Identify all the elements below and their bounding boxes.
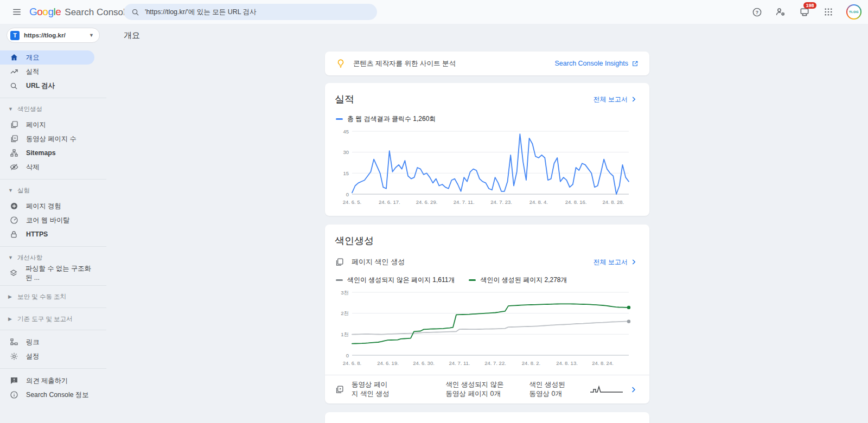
- sidebar-section-indexing[interactable]: ▼ 색인생성: [0, 103, 106, 115]
- sidebar-item-label: 페이지 경험: [26, 202, 61, 211]
- google-logo: Google: [29, 6, 61, 18]
- insights-link[interactable]: Search Console Insights: [555, 60, 639, 67]
- sidebar-item-performance[interactable]: 실적: [0, 65, 94, 79]
- sidebar-section-experience[interactable]: ▼ 실험: [0, 184, 106, 196]
- property-badge: T: [10, 31, 20, 40]
- sidebar-item-removals[interactable]: 삭제: [0, 160, 94, 174]
- apps-grid-icon[interactable]: [822, 6, 834, 18]
- home-icon: [9, 53, 18, 62]
- search-icon: [9, 82, 18, 90]
- app-logo: Google Search Console: [29, 6, 130, 18]
- pages-icon: [9, 120, 18, 129]
- insights-link-label: Search Console Insights: [555, 60, 629, 67]
- lightbulb-icon: [336, 59, 346, 68]
- indexing-full-report-link[interactable]: 전체 보고서: [593, 258, 637, 267]
- svg-text:24. 7. 11.: 24. 7. 11.: [454, 199, 475, 205]
- performance-full-report-link[interactable]: 전체 보고서: [593, 95, 637, 104]
- links-icon: [9, 338, 18, 347]
- svg-text:24. 6. 29.: 24. 6. 29.: [416, 199, 438, 205]
- svg-text:24. 8. 16.: 24. 8. 16.: [565, 199, 587, 205]
- video-indexing-title: 동영상 페이지 색인 생성: [352, 380, 393, 399]
- search-icon: [131, 8, 139, 16]
- indexed-legend-label: 색인이 생성된 페이지 2,278개: [480, 275, 567, 285]
- user-settings-icon[interactable]: [775, 6, 787, 18]
- sidebar-section-legacy-tools[interactable]: ▶ 기존 도구 및 보고서: [0, 313, 106, 325]
- indexed-legend: 색인이 생성된 페이지 2,278개: [469, 275, 567, 285]
- sidebar-item-pages[interactable]: 페이지: [0, 118, 94, 132]
- sidebar-item-feedback[interactable]: 의견 제출하기: [0, 374, 94, 388]
- property-selector[interactable]: T https://tlog.kr/ ▼: [7, 28, 100, 43]
- sidebar-item-url-inspection[interactable]: URL 검사: [0, 79, 94, 93]
- sidebar-item-label: 설정: [26, 352, 40, 361]
- svg-text:24. 8. 24.: 24. 8. 24.: [592, 360, 614, 366]
- video-not-indexed-stat: 색인 생성되지 않은 동영상 페이지 0개: [446, 380, 510, 399]
- main-content: 개요 콘텐츠 제작자를 위한 사이트 분석 Search Console Ins…: [106, 24, 868, 423]
- avatar[interactable]: TLOG: [846, 4, 861, 20]
- sidebar-item-video-pages[interactable]: 동영상 페이지 수: [0, 132, 94, 146]
- experience-card: 실험: [325, 412, 649, 423]
- not-indexed-legend: 색인이 생성되지 않은 페이지 1,611개: [336, 275, 455, 285]
- divider: [0, 330, 106, 330]
- sidebar-item-core-web-vitals[interactable]: 코어 웹 바이탈: [0, 213, 94, 227]
- caret-down-icon: ▼: [8, 106, 12, 112]
- sidebar-item-links[interactable]: 링크: [0, 335, 94, 349]
- caret-down-icon: ▼: [8, 255, 12, 260]
- layers-icon: [9, 269, 18, 278]
- svg-text:0: 0: [346, 191, 349, 197]
- svg-text:24. 6. 8.: 24. 6. 8.: [343, 360, 361, 366]
- section-label: 개선사항: [17, 254, 42, 262]
- indexing-subtitle: 페이지 색인 생성: [352, 257, 593, 267]
- lock-icon: [9, 230, 18, 239]
- section-label: 보안 및 수동 조치: [17, 293, 66, 301]
- chevron-right-icon[interactable]: [629, 386, 637, 394]
- clicks-legend-label: 총 웹 검색결과 클릭수 1,260회: [347, 114, 436, 124]
- performance-card-title: 실적: [335, 93, 354, 106]
- sidebar: T https://tlog.kr/ ▼ 개요 실적 URL 검사 ▼ 색인생성…: [0, 24, 106, 423]
- external-link-icon: [631, 60, 639, 67]
- url-inspection-searchbar[interactable]: [124, 4, 377, 20]
- performance-chart: 015304524. 6. 5.24. 6. 17.24. 6. 29.24. …: [335, 126, 634, 208]
- search-input[interactable]: [145, 8, 369, 16]
- divider: [0, 98, 106, 98]
- avatar-text: TLOG: [847, 5, 860, 18]
- chevron-right-icon: [630, 95, 637, 103]
- svg-text:24. 7. 22.: 24. 7. 22.: [484, 360, 506, 366]
- sidebar-item-label: 파싱할 수 없는 구조화된 ...: [25, 264, 94, 283]
- menu-icon[interactable]: [8, 3, 26, 21]
- caret-down-icon: ▼: [8, 188, 12, 193]
- chevron-down-icon: ▼: [89, 33, 94, 38]
- sidebar-item-label: HTTPS: [26, 230, 48, 238]
- sidebar-item-https[interactable]: HTTPS: [0, 227, 94, 241]
- sidebar-item-settings[interactable]: 설정: [0, 349, 94, 363]
- svg-text:24. 8. 4.: 24. 8. 4.: [529, 199, 548, 205]
- sidebar-item-label: 링크: [26, 338, 40, 347]
- svg-text:24. 7. 11.: 24. 7. 11.: [449, 360, 470, 366]
- eye-off-icon: [9, 163, 18, 171]
- property-label: https://tlog.kr/: [24, 32, 85, 39]
- svg-text:24. 6. 19.: 24. 6. 19.: [377, 360, 399, 366]
- sidebar-item-page-experience[interactable]: 페이지 경험: [0, 199, 94, 213]
- caret-right-icon: ▶: [8, 316, 12, 322]
- legend-dash-gray: [336, 279, 343, 281]
- sidebar-item-about[interactable]: Search Console 정보: [0, 388, 94, 402]
- svg-text:15: 15: [343, 170, 349, 176]
- section-label: 실험: [17, 187, 30, 195]
- trending-up-icon: [9, 67, 18, 76]
- sidebar-section-enhancements[interactable]: ▼ 개선사항: [0, 252, 106, 264]
- sidebar-item-label: Sitemaps: [26, 149, 56, 157]
- svg-text:1천: 1천: [341, 331, 349, 337]
- video-indexing-row[interactable]: 동영상 페이지 색인 생성 색인 생성되지 않은 동영상 페이지 0개 색인 생…: [335, 375, 637, 403]
- svg-text:24. 8. 28.: 24. 8. 28.: [602, 199, 624, 205]
- sidebar-item-structured-data[interactable]: 파싱할 수 없는 구조화된 ...: [0, 266, 94, 280]
- insights-text: 콘텐츠 제작자를 위한 사이트 분석: [353, 59, 547, 68]
- sidebar-section-security[interactable]: ▶ 보안 및 수동 조치: [0, 291, 106, 303]
- sidebar-item-overview[interactable]: 개요: [0, 50, 94, 65]
- svg-text:24. 8. 13.: 24. 8. 13.: [556, 360, 578, 366]
- help-icon[interactable]: ?: [751, 6, 763, 18]
- notification-badge: 198: [803, 2, 816, 9]
- full-report-label: 전체 보고서: [593, 258, 628, 267]
- notifications-icon[interactable]: 198: [799, 6, 810, 18]
- sidebar-item-sitemaps[interactable]: Sitemaps: [0, 146, 94, 160]
- sidebar-item-label: 실적: [26, 67, 40, 76]
- app-title: Search Console: [65, 7, 130, 18]
